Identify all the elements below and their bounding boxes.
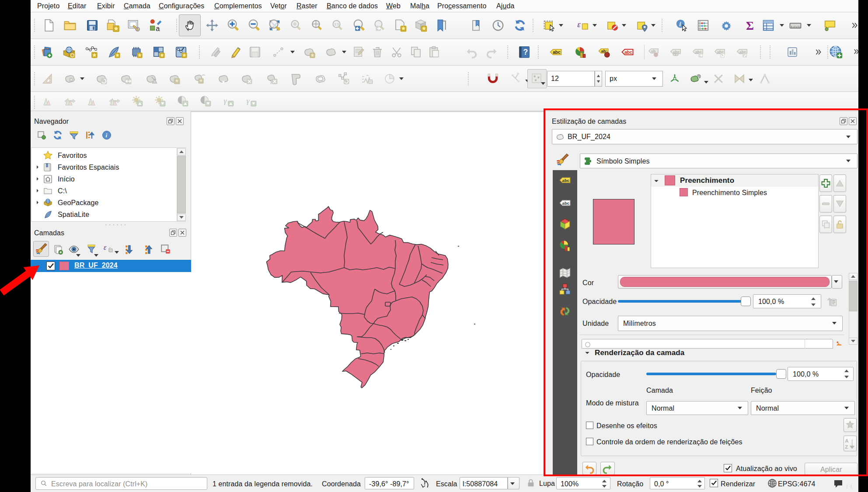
svg-text:a: a xyxy=(156,24,160,32)
svg-text:abc: abc xyxy=(553,50,561,55)
svg-text:i: i xyxy=(679,21,681,28)
svg-text:1:1: 1:1 xyxy=(335,22,339,26)
svg-text:abc: abc xyxy=(673,50,680,54)
svg-text:i: i xyxy=(106,132,108,139)
svg-text:Σ: Σ xyxy=(746,19,754,32)
svg-text:γ: γ xyxy=(224,96,227,105)
svg-text:ab: ab xyxy=(651,49,655,53)
svg-text:ε: ε xyxy=(577,20,581,29)
svg-text:ab: ab xyxy=(601,49,606,53)
svg-text:abc: abc xyxy=(624,50,632,55)
svg-text:γ: γ xyxy=(247,96,250,105)
svg-text:ε: ε xyxy=(104,244,107,251)
svg-text:?: ? xyxy=(523,48,528,56)
